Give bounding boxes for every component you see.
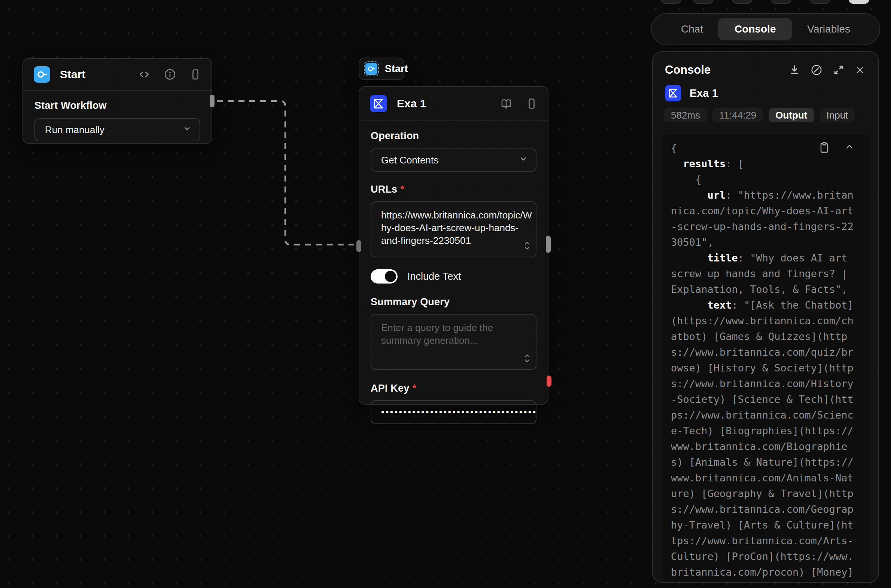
top-toolbar-button[interactable] xyxy=(693,0,713,4)
summary-query-placeholder: Enter a query to guide the summary gener… xyxy=(381,321,531,347)
console-panel: Console Exa 1 582ms 11:44:29 OutputInput… xyxy=(652,51,879,583)
api-key-input[interactable]: •••••••••••••••••••••••••••••••••••• xyxy=(371,400,536,424)
exa-node-output-handle[interactable] xyxy=(546,236,551,253)
collapse-chevron-up-icon[interactable] xyxy=(844,141,855,152)
console-json-line: hy-Travel) [Arts & Culture](ht xyxy=(671,517,870,533)
exa-node-icon xyxy=(370,95,387,112)
summary-query-textarea[interactable]: Enter a query to guide the summary gener… xyxy=(371,314,536,370)
view-tab-output[interactable]: Output xyxy=(769,108,814,122)
exa-logo-icon xyxy=(372,97,385,110)
console-json-line: ure) [Geography & Travel](http xyxy=(671,486,870,502)
start-node[interactable]: Start Start Workflow Run manually xyxy=(23,58,212,144)
panel-icon[interactable] xyxy=(190,69,201,80)
operation-select[interactable]: Get Contents xyxy=(371,148,536,172)
view-tab-input[interactable]: Input xyxy=(820,108,855,122)
required-asterisk: * xyxy=(400,184,404,195)
console-json-line: atbot) [Games & Quizzes](http xyxy=(671,329,870,345)
console-json-line: e-Tech) [Biographies](https:// xyxy=(671,423,870,439)
workflow-canvas: { "toolbar": { "button_count": 6 }, "can… xyxy=(0,0,891,588)
tab-chat[interactable]: Chat xyxy=(668,18,716,40)
console-json-line: s://www.britannica.com/Geograp xyxy=(671,502,870,517)
console-json-line: text: "[Ask the Chatbot] xyxy=(671,297,870,313)
console-node-name: Exa 1 xyxy=(689,87,718,99)
api-key-label: API Key* xyxy=(371,382,536,394)
include-text-toggle[interactable] xyxy=(371,269,397,284)
start-node-output-handle[interactable] xyxy=(210,94,215,107)
top-toolbar-button[interactable] xyxy=(810,0,830,4)
timestamp-badge: 11:44:29 xyxy=(712,108,763,122)
top-toolbar-button[interactable] xyxy=(732,0,753,4)
run-mode-value: Run manually xyxy=(45,124,104,136)
console-json-line: Culture) [ProCon](https://www. xyxy=(671,549,870,564)
panel-icon[interactable] xyxy=(526,98,537,110)
operation-value: Get Contents xyxy=(381,154,438,166)
power-start-icon xyxy=(36,69,48,80)
console-json-line: www.britannica.com/Biographie xyxy=(671,439,870,454)
tab-variables[interactable]: Variables xyxy=(795,18,863,40)
clear-slash-icon[interactable] xyxy=(810,64,823,76)
start-chip-icon xyxy=(366,63,377,75)
urls-textarea[interactable]: https://www.britannica.com/topic/Why-doe… xyxy=(371,201,536,257)
console-json-line: 30501", xyxy=(671,234,870,250)
start-node-header[interactable]: Start xyxy=(23,59,212,90)
urls-label: URLs* xyxy=(371,184,536,195)
start-chip[interactable]: Start xyxy=(359,58,404,80)
console-json-line: s://www.britannica.com/quiz/br xyxy=(671,345,870,360)
console-json-line: title: "Why does AI art xyxy=(671,250,870,266)
required-asterisk: * xyxy=(412,382,416,394)
console-json-line: Explanation, Tools, & Facts", xyxy=(671,282,870,297)
expand-icon[interactable] xyxy=(832,64,844,76)
console-title: Console xyxy=(665,63,710,76)
tab-console[interactable]: Console xyxy=(718,18,792,40)
console-json-line: nica.com/topic/Why-does-AI-art xyxy=(671,203,870,219)
start-chip-title: Start xyxy=(385,63,408,75)
exa-node[interactable]: Exa 1 Operation Get Contents URLs* https… xyxy=(359,86,548,405)
start-chip-selection-outline xyxy=(364,62,379,76)
console-json-line: { xyxy=(671,172,870,188)
panel-tab-bar: ChatConsoleVariables xyxy=(651,13,880,45)
docs-book-icon[interactable] xyxy=(500,98,513,110)
exa-node-title: Exa 1 xyxy=(397,97,426,110)
console-json-output: { results: [ { url: "https://www.britann… xyxy=(671,140,870,582)
resize-grip-icon[interactable] xyxy=(523,354,531,366)
exa-node-error-handle[interactable] xyxy=(546,375,551,387)
chevron-down-icon xyxy=(519,154,528,166)
exa-logo-icon xyxy=(668,87,679,99)
top-toolbar-button[interactable] xyxy=(661,0,681,4)
code-icon[interactable] xyxy=(138,69,150,80)
console-json-line: -Society) [Science & Tech](htt xyxy=(671,392,870,407)
console-json-line: tps://www.britannica.com/Arts- xyxy=(671,533,870,549)
include-text-label: Include Text xyxy=(407,271,461,282)
console-json-line: britannica.com/procon) [Money] xyxy=(671,564,870,580)
duration-badge: 582ms xyxy=(664,108,707,122)
console-json-line: www.britannica.com/Animals-Nat xyxy=(671,470,870,486)
start-node-icon xyxy=(34,66,50,82)
console-json-line: url: "https://www.britan xyxy=(671,188,870,203)
start-node-title: Start xyxy=(60,68,85,81)
exa-node-header[interactable]: Exa 1 xyxy=(360,87,548,120)
chevron-down-icon xyxy=(182,124,192,136)
summary-query-label: Summary Query xyxy=(371,296,536,308)
console-json-line: -screw-up-hands-and-fingers-22 xyxy=(671,219,870,234)
console-json-line: s://www.britannica.com/History xyxy=(671,376,870,392)
include-text-row: Include Text xyxy=(371,269,536,284)
urls-value: https://www.britannica.com/topic/Why-doe… xyxy=(381,209,536,247)
console-json-line: owse) [History & Society](http xyxy=(671,360,870,376)
console-json-block[interactable]: { results: [ { url: "https://www.britann… xyxy=(662,135,870,582)
run-mode-select[interactable]: Run manually xyxy=(35,118,200,141)
resize-grip-icon[interactable] xyxy=(523,241,531,254)
top-toolbar-button[interactable] xyxy=(849,0,869,4)
info-icon[interactable] xyxy=(164,68,176,81)
start-workflow-label: Start Workflow xyxy=(35,100,200,111)
console-json-line: screw up hands and fingers? | xyxy=(671,266,870,282)
console-json-line: results: [ xyxy=(671,156,870,172)
exa-node-input-handle[interactable] xyxy=(357,240,361,252)
exa-avatar xyxy=(665,85,681,101)
download-icon[interactable] xyxy=(789,64,801,76)
copy-clipboard-icon[interactable] xyxy=(818,141,830,154)
top-toolbar-button[interactable] xyxy=(771,0,792,4)
close-icon[interactable] xyxy=(854,64,865,75)
console-json-line: (https://www.britannica.com/mo xyxy=(671,580,870,582)
operation-label: Operation xyxy=(371,130,536,142)
console-json-line: ps://www.britannica.com/Scienc xyxy=(671,407,870,423)
